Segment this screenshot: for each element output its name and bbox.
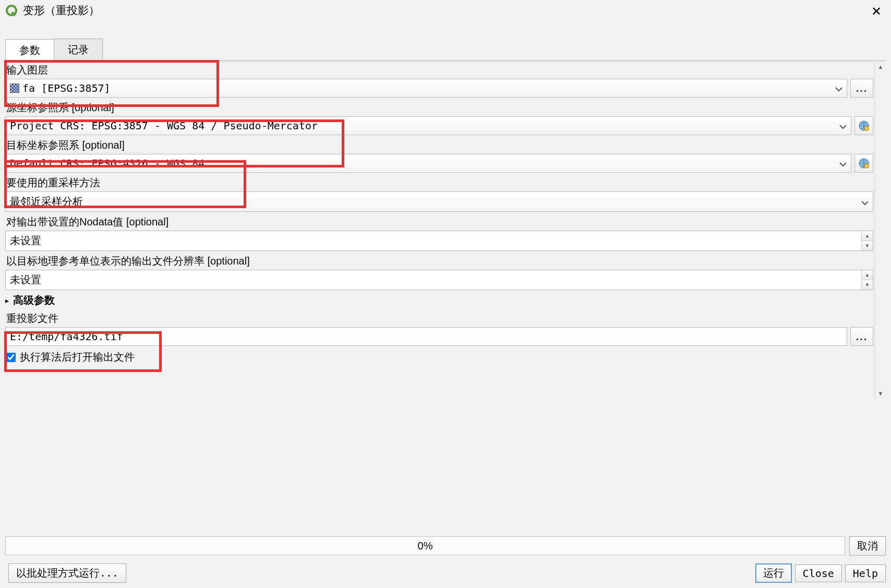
close-icon[interactable]: ✕ bbox=[871, 4, 882, 19]
advanced-label: 高级参数 bbox=[13, 293, 55, 307]
parameters-panel: 输入图层 fa [EPSG:3857] ... 源坐标参照系 [optional… bbox=[5, 61, 886, 399]
nodata-spinbox[interactable]: 未设置 ▲ ▼ bbox=[5, 231, 873, 251]
source-crs-picker-button[interactable] bbox=[854, 116, 873, 135]
scroll-up-icon[interactable]: ▲ bbox=[875, 61, 886, 73]
tab-parameters[interactable]: 参数 bbox=[5, 39, 54, 61]
globe-icon bbox=[858, 120, 870, 131]
input-layer-label: 输入图层 bbox=[5, 61, 873, 79]
source-crs-value: Project CRS: EPSG:3857 - WGS 84 / Pseudo… bbox=[10, 119, 318, 132]
spin-down-icon[interactable]: ▼ bbox=[862, 280, 873, 290]
globe-icon bbox=[858, 158, 870, 169]
triangle-right-icon: ▸ bbox=[5, 296, 9, 305]
spin-up-icon[interactable]: ▲ bbox=[862, 270, 873, 280]
resolution-spinbox[interactable]: 未设置 ▲ ▼ bbox=[5, 270, 873, 290]
output-label: 重投影文件 bbox=[5, 309, 873, 327]
source-crs-combo[interactable]: Project CRS: EPSG:3857 - WGS 84 / Pseudo… bbox=[5, 116, 851, 135]
chevron-down-icon bbox=[839, 119, 847, 132]
progress-row: 0% 取消 bbox=[5, 536, 886, 556]
cancel-button[interactable]: 取消 bbox=[849, 536, 886, 556]
target-crs-picker-button[interactable] bbox=[854, 154, 873, 173]
app-logo-icon bbox=[5, 4, 18, 17]
dialog-footer: 以批处理方式运行... 运行 Close Help bbox=[5, 563, 886, 583]
target-crs-combo[interactable]: Default CRS: EPSG:4326 - WGS 84 bbox=[5, 154, 851, 173]
chevron-down-icon bbox=[835, 82, 842, 94]
nodata-label: 对输出带设置的Nodata值 [optional] bbox=[5, 213, 873, 231]
spin-up-icon[interactable]: ▲ bbox=[862, 231, 873, 241]
nodata-value: 未设置 bbox=[6, 231, 861, 250]
run-button[interactable]: 运行 bbox=[755, 563, 792, 583]
tab-bar: 参数 记录 bbox=[5, 39, 886, 61]
svg-rect-3 bbox=[864, 126, 869, 130]
input-layer-value: fa [EPSG:3857] bbox=[22, 82, 111, 94]
resample-label: 要使用的重采样方法 bbox=[5, 174, 873, 191]
window-title: 变形（重投影） bbox=[23, 3, 100, 18]
open-output-label: 执行算法后打开输出文件 bbox=[20, 350, 135, 364]
svg-rect-5 bbox=[864, 164, 869, 168]
resolution-label: 以目标地理参考单位表示的输出文件分辨率 [optional] bbox=[5, 252, 873, 270]
input-layer-browse-button[interactable]: ... bbox=[850, 79, 873, 98]
open-output-checkbox[interactable] bbox=[6, 353, 16, 362]
chevron-down-icon bbox=[861, 196, 869, 208]
resolution-value: 未设置 bbox=[6, 270, 861, 290]
scrollbar-thumb-area[interactable] bbox=[875, 73, 886, 388]
progress-bar: 0% bbox=[5, 536, 845, 555]
close-button[interactable]: Close bbox=[795, 565, 842, 582]
output-browse-button[interactable]: ... bbox=[850, 327, 873, 346]
output-path-input[interactable]: E:/temp/fa4326.tif bbox=[5, 327, 847, 346]
scroll-down-icon[interactable]: ▼ bbox=[875, 388, 886, 399]
title-bar: 变形（重投影） ✕ bbox=[0, 0, 891, 22]
source-crs-label: 源坐标参照系 [optional] bbox=[5, 99, 873, 116]
batch-run-button[interactable]: 以批处理方式运行... bbox=[8, 563, 126, 583]
scrollbar[interactable]: ▲ ▼ bbox=[874, 61, 886, 399]
help-button[interactable]: Help bbox=[845, 565, 886, 582]
input-layer-combo[interactable]: fa [EPSG:3857] bbox=[5, 79, 847, 98]
spin-down-icon[interactable]: ▼ bbox=[862, 241, 873, 250]
chevron-down-icon bbox=[839, 157, 847, 170]
raster-layer-icon bbox=[10, 83, 19, 93]
progress-text: 0% bbox=[418, 540, 433, 552]
output-path-value: E:/temp/fa4326.tif bbox=[10, 330, 123, 343]
target-crs-value: Default CRS: EPSG:4326 - WGS 84 bbox=[10, 157, 204, 170]
resample-combo[interactable]: 最邻近采样分析 bbox=[5, 191, 873, 212]
resample-value: 最邻近采样分析 bbox=[10, 195, 83, 209]
tab-log[interactable]: 记录 bbox=[54, 39, 103, 61]
target-crs-label: 目标坐标参照系 [optional] bbox=[5, 136, 873, 154]
advanced-parameters-toggle[interactable]: ▸ 高级参数 bbox=[5, 291, 873, 309]
